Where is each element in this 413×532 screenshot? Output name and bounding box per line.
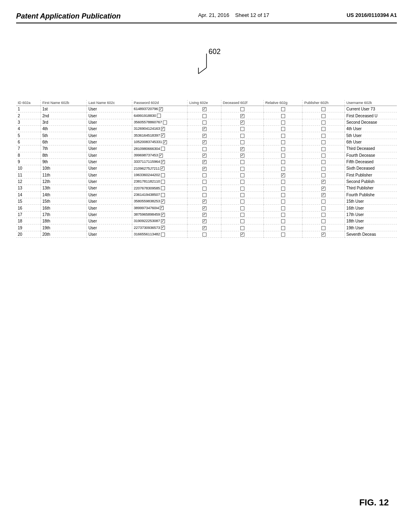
deceased-checkbox[interactable]	[240, 107, 244, 111]
relative-checkbox[interactable]	[281, 140, 285, 144]
publisher-checkbox[interactable]	[321, 187, 325, 191]
living-checkbox-inline[interactable]	[161, 133, 165, 137]
deceased-checkbox[interactable]	[240, 147, 244, 151]
relative-checkbox[interactable]	[281, 173, 285, 177]
relative-checkbox[interactable]	[281, 147, 285, 151]
living-checkbox[interactable]	[202, 193, 206, 197]
relative-checkbox[interactable]	[281, 206, 285, 210]
living-checkbox[interactable]	[202, 219, 206, 223]
publisher-checkbox[interactable]	[321, 160, 325, 164]
living-checkbox-inline[interactable]	[161, 127, 165, 131]
living-checkbox[interactable]	[202, 147, 206, 151]
living-checkbox-inline[interactable]	[159, 154, 163, 158]
living-checkbox-inline[interactable]	[161, 213, 165, 217]
living-checkbox-inline[interactable]	[161, 180, 165, 184]
publisher-checkbox[interactable]	[321, 107, 325, 111]
deceased-checkbox[interactable]	[240, 233, 244, 237]
publisher-checkbox[interactable]	[321, 219, 325, 223]
deceased-checkbox[interactable]	[240, 114, 244, 118]
living-checkbox[interactable]	[202, 167, 206, 171]
living-checkbox[interactable]	[202, 173, 206, 177]
publisher-checkbox[interactable]	[321, 193, 325, 197]
publisher-checkbox[interactable]	[321, 140, 325, 144]
relative-checkbox[interactable]	[281, 200, 285, 204]
publisher-checkbox[interactable]	[321, 147, 325, 151]
living-checkbox[interactable]	[202, 187, 206, 191]
publisher-checkbox[interactable]	[321, 226, 325, 230]
relative-checkbox[interactable]	[281, 154, 285, 158]
living-checkbox[interactable]	[202, 213, 206, 217]
deceased-checkbox[interactable]	[240, 187, 244, 191]
deceased-checkbox[interactable]	[240, 121, 244, 125]
deceased-checkbox[interactable]	[240, 140, 244, 144]
publisher-checkbox[interactable]	[321, 200, 325, 204]
living-checkbox-inline[interactable]	[161, 160, 165, 164]
living-checkbox[interactable]	[202, 107, 206, 111]
relative-checkbox[interactable]	[281, 134, 285, 138]
deceased-checkbox[interactable]	[240, 160, 244, 164]
living-checkbox-inline[interactable]	[161, 186, 165, 190]
publisher-checkbox[interactable]	[321, 134, 325, 138]
living-checkbox[interactable]	[202, 121, 206, 125]
relative-checkbox[interactable]	[281, 219, 285, 223]
relative-checkbox[interactable]	[281, 233, 285, 237]
living-checkbox-inline[interactable]	[163, 140, 167, 144]
deceased-checkbox[interactable]	[240, 167, 244, 171]
living-checkbox[interactable]	[202, 233, 206, 237]
relative-checkbox[interactable]	[281, 180, 285, 184]
relative-checkbox[interactable]	[281, 213, 285, 217]
living-checkbox[interactable]	[202, 206, 206, 210]
publisher-checkbox[interactable]	[321, 173, 325, 177]
publisher-checkbox[interactable]	[321, 127, 325, 131]
relative-checkbox[interactable]	[281, 187, 285, 191]
living-checkbox[interactable]	[202, 127, 206, 131]
deceased-checkbox[interactable]	[240, 219, 244, 223]
deceased-checkbox[interactable]	[240, 200, 244, 204]
relative-checkbox[interactable]	[281, 160, 285, 164]
living-checkbox-inline[interactable]	[159, 107, 163, 111]
living-checkbox[interactable]	[202, 200, 206, 204]
living-checkbox[interactable]	[202, 140, 206, 144]
living-checkbox[interactable]	[202, 134, 206, 138]
living-checkbox-inline[interactable]	[161, 233, 165, 237]
living-checkbox[interactable]	[202, 226, 206, 230]
relative-checkbox[interactable]	[281, 127, 285, 131]
deceased-checkbox[interactable]	[240, 127, 244, 131]
relative-checkbox[interactable]	[281, 114, 285, 118]
deceased-checkbox[interactable]	[240, 226, 244, 230]
living-checkbox-inline[interactable]	[161, 173, 165, 177]
publisher-checkbox[interactable]	[321, 233, 325, 237]
relative-checkbox[interactable]	[281, 226, 285, 230]
living-checkbox-inline[interactable]	[157, 114, 161, 118]
relative-checkbox[interactable]	[281, 193, 285, 197]
living-checkbox[interactable]	[202, 154, 206, 158]
living-checkbox-inline[interactable]	[161, 147, 165, 151]
deceased-checkbox[interactable]	[240, 134, 244, 138]
publisher-checkbox[interactable]	[321, 167, 325, 171]
living-checkbox-inline[interactable]	[161, 200, 165, 204]
relative-checkbox[interactable]	[281, 121, 285, 125]
publisher-checkbox[interactable]	[321, 180, 325, 184]
living-checkbox-inline[interactable]	[163, 121, 167, 125]
relative-checkbox[interactable]	[281, 107, 285, 111]
living-checkbox-inline[interactable]	[160, 206, 164, 210]
publisher-checkbox[interactable]	[321, 114, 325, 118]
relative-checkbox[interactable]	[281, 167, 285, 171]
living-checkbox-inline[interactable]	[161, 219, 165, 223]
living-checkbox-inline[interactable]	[161, 166, 165, 170]
deceased-checkbox[interactable]	[240, 173, 244, 177]
living-checkbox-inline[interactable]	[161, 226, 165, 230]
deceased-checkbox[interactable]	[240, 180, 244, 184]
publisher-checkbox[interactable]	[321, 213, 325, 217]
deceased-checkbox[interactable]	[240, 213, 244, 217]
publisher-checkbox[interactable]	[321, 154, 325, 158]
living-checkbox[interactable]	[202, 160, 206, 164]
living-checkbox-inline[interactable]	[161, 193, 165, 197]
living-checkbox[interactable]	[202, 180, 206, 184]
deceased-checkbox[interactable]	[240, 193, 244, 197]
deceased-checkbox[interactable]	[240, 154, 244, 158]
living-checkbox[interactable]	[202, 114, 206, 118]
publisher-checkbox[interactable]	[321, 121, 325, 125]
deceased-checkbox[interactable]	[240, 206, 244, 210]
publisher-checkbox[interactable]	[321, 206, 325, 210]
